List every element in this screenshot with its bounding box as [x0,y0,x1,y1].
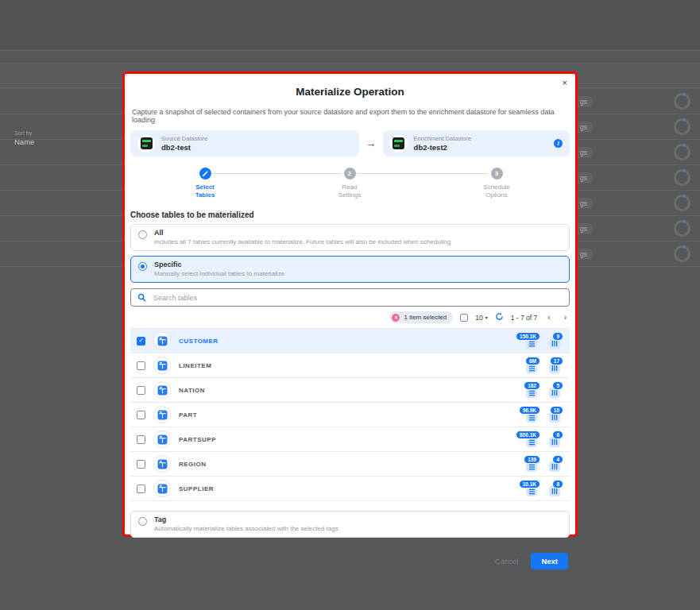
choose-tables-label: Choose tables to be materialized [130,210,570,219]
column-count-badge: 5 [549,386,562,398]
table-row[interactable]: SUPPLIER 10.1K 8 [130,477,570,501]
step-label: ScheduleOptions [453,183,540,199]
enrichment-datastore-card: Enrichment Datastore db2-test2 i [383,130,570,156]
row-count-badge: 6M [526,361,539,373]
step-number: 3 [491,168,503,180]
row-badges: 96.9K 10 [526,407,565,423]
background-subbar [0,51,700,64]
next-button[interactable]: Next [531,553,568,569]
radio-specific[interactable] [138,262,147,271]
progress-ring-icon [674,93,690,110]
table-name: NATION [179,387,205,394]
arrow-right-icon: → [364,137,378,149]
option-all-description: Includes all 7 tables currently availabl… [154,238,451,245]
row-badges: 182 5 [526,382,565,398]
table-row[interactable]: PART 96.9K 10 [130,403,570,427]
option-tag[interactable]: Tag Automatically materialize tables ass… [130,511,570,538]
background-topbar [0,0,700,51]
tables-list: ✓ CUSTOMER 150.1K 9 LINEITEM [130,328,570,501]
step-read-settings[interactable]: 2 ReadSettings [306,168,393,199]
table-row[interactable]: ✓ CUSTOMER 150.1K 9 [130,329,570,353]
column-count-badge: 17 [549,361,562,373]
search-box [130,288,570,307]
page-size-value: 10 [475,314,482,322]
row-count-badge: 96.9K [526,411,539,423]
search-input[interactable] [152,293,563,303]
row-checkbox[interactable] [137,386,145,395]
progress-ring-icon [674,169,690,186]
table-row[interactable]: REGION 139 4 [130,452,570,477]
search-icon [137,291,146,305]
selected-items-pill[interactable]: × 1 item selected [389,311,453,323]
radio-all[interactable] [138,230,147,239]
caret-down-icon: ▾ [485,315,488,320]
datastore-cards: Source Datastore db2-test → Enrichment D… [130,130,570,156]
refresh-icon[interactable] [495,312,504,322]
row-checkbox[interactable] [137,411,145,419]
progress-ring-icon [674,245,690,262]
option-specific-label: Specific [154,261,284,268]
table-avatar [153,332,171,349]
step-select-tables[interactable]: SelectTables [161,168,249,199]
row-checkbox[interactable] [137,460,145,469]
row-checkbox[interactable]: ✓ [137,337,145,346]
row-badges: 150.1K 9 [526,333,565,349]
option-specific-description: Manually select individual tables to mat… [154,270,284,277]
source-datastore-label: Source Datastore [161,135,207,142]
option-tag-description: Automatically materialize tables associa… [154,525,338,532]
table-name: CUSTOMER [179,338,219,345]
row-badges: 800.1K 6 [526,431,565,447]
row-checkbox[interactable] [137,485,145,493]
cancel-button[interactable]: Cancel [495,557,519,566]
db2-avatar [137,135,155,152]
enrichment-datastore-label: Enrichment Datastore [414,135,472,142]
clear-selection-icon[interactable]: × [392,314,400,322]
column-count-badge: 4 [549,460,562,472]
source-datastore-name: db2-test [161,143,207,152]
table-name: SUPPLIER [179,485,214,492]
table-icon [157,336,168,346]
screen: Sort by Name gsgsgsgsgsgsgs × Materializ… [0,0,700,610]
row-count-badge: 800.1K [526,435,539,447]
step-label: ReadSettings [306,183,393,199]
table-icon [157,434,168,445]
row-count-badge: 10.1K [526,485,539,496]
select-all-checkbox[interactable] [460,314,468,322]
page-size-select[interactable]: 10 ▾ [475,314,487,322]
info-icon[interactable]: i [554,139,563,148]
table-row[interactable]: PARTSUPP 800.1K 6 [130,427,570,452]
radio-tag[interactable] [138,517,147,526]
table-row[interactable]: NATION 182 5 [130,378,570,403]
chevron-right-icon[interactable]: › [561,313,570,322]
option-specific[interactable]: Specific Manually select individual tabl… [130,256,570,283]
table-avatar [153,381,171,399]
source-datastore-card: Source Datastore db2-test [130,130,359,156]
table-name: LINEITEM [179,362,211,369]
option-all[interactable]: All Includes all 7 tables currently avai… [130,224,570,251]
option-all-label: All [154,229,451,237]
row-checkbox[interactable] [137,435,145,444]
modal-title: Materialize Operation [130,86,570,98]
pagination-range: 1 - 7 of 7 [511,314,538,322]
table-icon [157,410,168,420]
db2-logo-icon [393,137,404,149]
row-checkbox[interactable] [137,361,145,370]
chevron-left-icon[interactable]: ‹ [544,313,553,322]
step-number: 2 [344,168,356,180]
row-badges: 6M 17 [526,357,565,373]
table-name: PARTSUPP [179,436,216,443]
stepper: SelectTables 2 ReadSettings 3 ScheduleOp… [130,168,570,204]
step-schedule-options[interactable]: 3 ScheduleOptions [453,168,540,199]
option-tag-label: Tag [154,515,338,523]
close-icon[interactable]: × [563,79,567,87]
step-label: SelectTables [161,183,249,199]
table-avatar [153,430,171,448]
table-row[interactable]: LINEITEM 6M 17 [130,353,570,378]
table-avatar [153,480,171,497]
table-avatar [153,455,171,473]
table-name: PART [179,411,197,419]
table-avatar [153,406,171,423]
modal-description: Capture a snapshot of selected container… [130,108,570,124]
table-avatar [153,357,171,374]
list-controls: × 1 item selected 10 ▾ 1 - 7 of 7 ‹ › [130,311,570,324]
